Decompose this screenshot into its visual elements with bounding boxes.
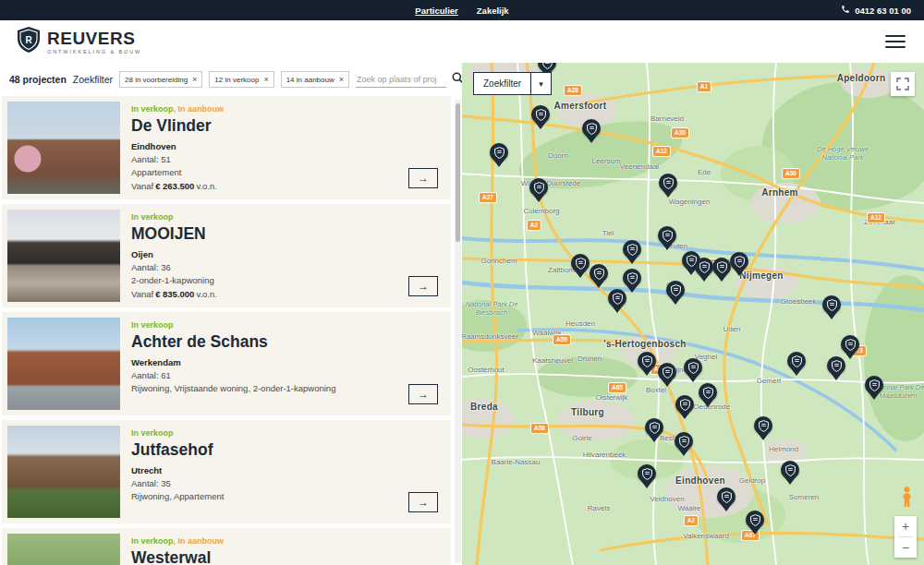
menu-icon[interactable] bbox=[885, 31, 906, 52]
project-photo bbox=[7, 426, 120, 518]
map-label: Geldrop bbox=[739, 476, 765, 485]
project-photo bbox=[7, 102, 120, 194]
project-open-button[interactable]: → bbox=[408, 492, 438, 512]
project-title: Achter de Schans bbox=[131, 332, 445, 352]
project-status: In verkoop bbox=[131, 320, 445, 330]
map-pin[interactable] bbox=[658, 363, 676, 388]
map-pin[interactable] bbox=[827, 356, 845, 381]
nav-zakelijk[interactable]: Zakelijk bbox=[477, 6, 509, 16]
zoom-controls: + − bbox=[894, 516, 917, 558]
project-card[interactable]: In verkoop, In aanbouw Westerwal bbox=[2, 528, 451, 565]
map-pin[interactable] bbox=[730, 252, 748, 277]
map-pin[interactable] bbox=[623, 240, 641, 265]
map-label: Tilburg bbox=[571, 407, 604, 417]
map-label: Helmond bbox=[769, 445, 798, 453]
map-pin[interactable] bbox=[490, 143, 508, 168]
map-pin[interactable] bbox=[717, 487, 736, 512]
map-label: Valkenswaard bbox=[683, 532, 729, 540]
map-label: Breda bbox=[470, 402, 498, 412]
map-pin[interactable] bbox=[781, 461, 799, 486]
map-pin[interactable] bbox=[675, 395, 694, 420]
filter-chip-verkoop[interactable]: 12 in verkoop × bbox=[209, 71, 274, 88]
project-status: In verkoop bbox=[131, 212, 445, 222]
zoekfilter-link[interactable]: Zoekfilter bbox=[73, 74, 113, 85]
project-card[interactable]: In verkoop Jutfasehof Utrecht Aantal: 35… bbox=[2, 420, 451, 523]
map-pin[interactable] bbox=[590, 264, 608, 289]
arrow-right-icon: → bbox=[418, 388, 429, 401]
nav-particulier[interactable]: Particulier bbox=[415, 6, 457, 16]
search-input[interactable] bbox=[356, 72, 446, 88]
project-card[interactable]: In verkoop Achter de Schans Werkendam Aa… bbox=[2, 312, 451, 415]
project-types: Rijwoning, Appartement bbox=[131, 490, 445, 503]
map-label: Culemborg bbox=[523, 207, 559, 215]
project-types: Rijwoning, Vrijstaande woning, 2-onder-1… bbox=[131, 382, 445, 395]
close-icon[interactable]: × bbox=[339, 75, 344, 84]
project-city: Werkendam bbox=[131, 357, 445, 367]
zoom-out-button[interactable]: − bbox=[894, 537, 917, 558]
map-pin[interactable] bbox=[684, 358, 702, 383]
map-pin[interactable] bbox=[529, 178, 548, 203]
map-pin[interactable] bbox=[608, 289, 626, 314]
map-pin[interactable] bbox=[658, 226, 676, 251]
map-pin[interactable] bbox=[666, 281, 685, 306]
map-pin[interactable] bbox=[571, 254, 590, 279]
map-pin[interactable] bbox=[754, 416, 772, 441]
close-icon[interactable]: × bbox=[263, 75, 268, 84]
filter-chip-voorbereiding[interactable]: 28 in voorbereiding × bbox=[119, 71, 202, 88]
map-pin[interactable] bbox=[699, 383, 717, 408]
map-pin[interactable] bbox=[865, 376, 883, 401]
project-count: 48 projecten bbox=[9, 74, 67, 85]
close-icon[interactable]: × bbox=[192, 75, 197, 84]
map-label: Waalre bbox=[677, 504, 700, 512]
map-pin[interactable] bbox=[638, 352, 656, 377]
map-pin[interactable] bbox=[531, 105, 550, 130]
project-status: In verkoop bbox=[131, 428, 445, 438]
map-label: Raamsdonksveer bbox=[462, 332, 518, 341]
map-pin[interactable] bbox=[746, 511, 764, 535]
map-label: Arnhem bbox=[761, 187, 798, 198]
project-open-button[interactable]: → bbox=[408, 276, 438, 296]
phone-link[interactable]: 0412 63 01 00 bbox=[841, 0, 911, 20]
map-pin[interactable] bbox=[822, 295, 841, 320]
main-content: 48 projecten Zoekfilter 28 in voorbereid… bbox=[0, 63, 924, 565]
map-pin[interactable] bbox=[675, 432, 693, 457]
brand-logo[interactable]: R REUVERS ONTWIKKELING & BOUW bbox=[17, 26, 141, 57]
pegman-icon[interactable] bbox=[901, 487, 913, 511]
map-label: De Hoge Veluwe National Park bbox=[811, 145, 874, 162]
map-pin[interactable] bbox=[638, 464, 656, 489]
project-status: In verkoop, In aanbouw bbox=[131, 536, 445, 546]
map-label: Heusden bbox=[565, 319, 595, 328]
phone-number: 0412 63 01 00 bbox=[855, 6, 911, 16]
map-label: Ravels bbox=[588, 504, 610, 512]
project-card[interactable]: In verkoop MOOIJEN Oijen Aantal: 36 2-on… bbox=[2, 204, 451, 307]
road-badge: A2 bbox=[684, 515, 699, 526]
map-overlays: HilversumAmersfoortApeldoornBarneveldEde… bbox=[462, 63, 924, 565]
map-label: Doorn bbox=[548, 151, 568, 160]
map-label: Gorinchem bbox=[480, 257, 517, 265]
map-label: Uden bbox=[723, 325, 740, 333]
road-badge: A58 bbox=[530, 423, 549, 434]
map-pin[interactable] bbox=[712, 258, 731, 282]
project-open-button[interactable]: → bbox=[408, 384, 438, 404]
project-open-button[interactable]: → bbox=[408, 168, 438, 188]
map-label: Leersum bbox=[591, 157, 620, 165]
project-card[interactable]: In verkoop, In aanbouw De Vlinder Eindho… bbox=[2, 96, 451, 199]
map-pin[interactable] bbox=[659, 174, 677, 198]
zoom-in-button[interactable]: + bbox=[894, 516, 917, 536]
fullscreen-button[interactable] bbox=[891, 72, 915, 96]
road-badge: A28 bbox=[564, 85, 582, 96]
filter-chip-aanbouw[interactable]: 14 in aanbouw × bbox=[281, 71, 349, 88]
road-badge: A12 bbox=[652, 146, 671, 157]
map-pin[interactable] bbox=[645, 418, 663, 443]
project-status: In verkoop, In aanbouw bbox=[131, 104, 445, 114]
map-pin[interactable] bbox=[787, 352, 806, 377]
map-panel[interactable]: HilversumAmersfoortApeldoornBarneveldEde… bbox=[462, 63, 924, 565]
site-header: R REUVERS ONTWIKKELING & BOUW bbox=[0, 20, 924, 63]
phone-icon bbox=[841, 5, 850, 16]
map-zoekfilter-button[interactable]: Zoekfilter ▾ bbox=[473, 72, 552, 95]
arrow-right-icon: → bbox=[418, 280, 429, 293]
scrollbar-thumb[interactable] bbox=[456, 103, 460, 242]
map-pin[interactable] bbox=[582, 119, 601, 144]
list-scrollbar[interactable] bbox=[455, 100, 461, 563]
map-pin[interactable] bbox=[695, 258, 713, 282]
